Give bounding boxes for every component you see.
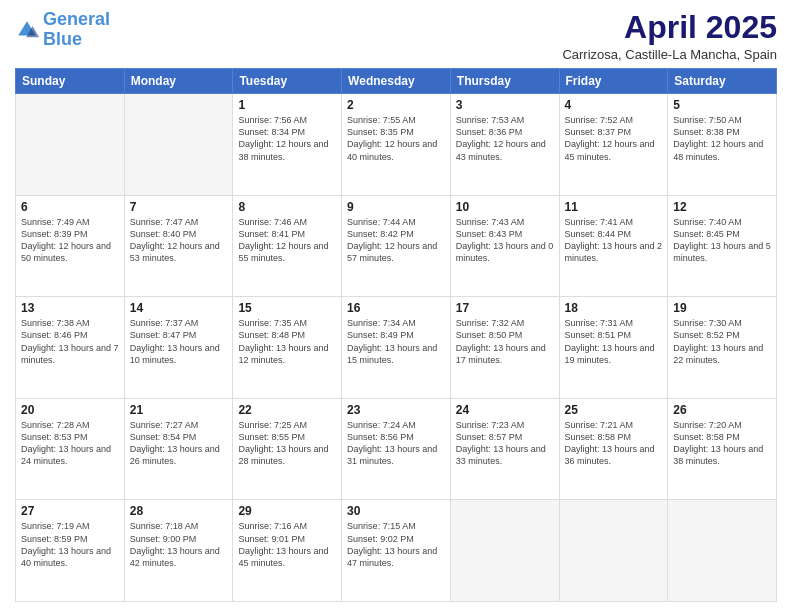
calendar-cell: 4Sunrise: 7:52 AMSunset: 8:37 PMDaylight… <box>559 94 668 196</box>
weekday-header-friday: Friday <box>559 69 668 94</box>
calendar-cell: 21Sunrise: 7:27 AMSunset: 8:54 PMDayligh… <box>124 398 233 500</box>
cell-details: Sunrise: 7:52 AMSunset: 8:37 PMDaylight:… <box>565 114 663 163</box>
calendar-cell: 5Sunrise: 7:50 AMSunset: 8:38 PMDaylight… <box>668 94 777 196</box>
logo-blue: Blue <box>43 29 82 49</box>
cell-details: Sunrise: 7:15 AMSunset: 9:02 PMDaylight:… <box>347 520 445 569</box>
calendar-cell: 3Sunrise: 7:53 AMSunset: 8:36 PMDaylight… <box>450 94 559 196</box>
cell-details: Sunrise: 7:37 AMSunset: 8:47 PMDaylight:… <box>130 317 228 366</box>
calendar-cell: 19Sunrise: 7:30 AMSunset: 8:52 PMDayligh… <box>668 297 777 399</box>
day-number: 5 <box>673 98 771 112</box>
calendar-cell: 24Sunrise: 7:23 AMSunset: 8:57 PMDayligh… <box>450 398 559 500</box>
cell-details: Sunrise: 7:47 AMSunset: 8:40 PMDaylight:… <box>130 216 228 265</box>
cell-details: Sunrise: 7:16 AMSunset: 9:01 PMDaylight:… <box>238 520 336 569</box>
cell-details: Sunrise: 7:46 AMSunset: 8:41 PMDaylight:… <box>238 216 336 265</box>
weekday-header-monday: Monday <box>124 69 233 94</box>
day-number: 3 <box>456 98 554 112</box>
day-number: 6 <box>21 200 119 214</box>
calendar-cell: 29Sunrise: 7:16 AMSunset: 9:01 PMDayligh… <box>233 500 342 602</box>
day-number: 2 <box>347 98 445 112</box>
day-number: 17 <box>456 301 554 315</box>
calendar-cell: 11Sunrise: 7:41 AMSunset: 8:44 PMDayligh… <box>559 195 668 297</box>
cell-details: Sunrise: 7:44 AMSunset: 8:42 PMDaylight:… <box>347 216 445 265</box>
cell-details: Sunrise: 7:28 AMSunset: 8:53 PMDaylight:… <box>21 419 119 468</box>
weekday-header-tuesday: Tuesday <box>233 69 342 94</box>
calendar-cell: 13Sunrise: 7:38 AMSunset: 8:46 PMDayligh… <box>16 297 125 399</box>
calendar-cell: 2Sunrise: 7:55 AMSunset: 8:35 PMDaylight… <box>342 94 451 196</box>
cell-details: Sunrise: 7:30 AMSunset: 8:52 PMDaylight:… <box>673 317 771 366</box>
logo: General Blue <box>15 10 110 50</box>
calendar-cell: 12Sunrise: 7:40 AMSunset: 8:45 PMDayligh… <box>668 195 777 297</box>
calendar-cell: 15Sunrise: 7:35 AMSunset: 8:48 PMDayligh… <box>233 297 342 399</box>
day-number: 19 <box>673 301 771 315</box>
calendar-cell <box>16 94 125 196</box>
cell-details: Sunrise: 7:31 AMSunset: 8:51 PMDaylight:… <box>565 317 663 366</box>
weekday-header-sunday: Sunday <box>16 69 125 94</box>
week-row-5: 27Sunrise: 7:19 AMSunset: 8:59 PMDayligh… <box>16 500 777 602</box>
calendar-cell: 18Sunrise: 7:31 AMSunset: 8:51 PMDayligh… <box>559 297 668 399</box>
day-number: 7 <box>130 200 228 214</box>
day-number: 11 <box>565 200 663 214</box>
calendar-cell: 17Sunrise: 7:32 AMSunset: 8:50 PMDayligh… <box>450 297 559 399</box>
calendar-cell: 28Sunrise: 7:18 AMSunset: 9:00 PMDayligh… <box>124 500 233 602</box>
day-number: 4 <box>565 98 663 112</box>
day-number: 20 <box>21 403 119 417</box>
cell-details: Sunrise: 7:27 AMSunset: 8:54 PMDaylight:… <box>130 419 228 468</box>
calendar-cell: 1Sunrise: 7:56 AMSunset: 8:34 PMDaylight… <box>233 94 342 196</box>
day-number: 30 <box>347 504 445 518</box>
logo-general: General <box>43 9 110 29</box>
month-title: April 2025 <box>562 10 777 45</box>
day-number: 26 <box>673 403 771 417</box>
calendar-cell: 7Sunrise: 7:47 AMSunset: 8:40 PMDaylight… <box>124 195 233 297</box>
weekday-header-saturday: Saturday <box>668 69 777 94</box>
header: General Blue April 2025 Carrizosa, Casti… <box>15 10 777 62</box>
day-number: 13 <box>21 301 119 315</box>
calendar-table: SundayMondayTuesdayWednesdayThursdayFrid… <box>15 68 777 602</box>
calendar-cell: 27Sunrise: 7:19 AMSunset: 8:59 PMDayligh… <box>16 500 125 602</box>
day-number: 1 <box>238 98 336 112</box>
logo-text: General Blue <box>43 10 110 50</box>
cell-details: Sunrise: 7:18 AMSunset: 9:00 PMDaylight:… <box>130 520 228 569</box>
calendar-cell: 8Sunrise: 7:46 AMSunset: 8:41 PMDaylight… <box>233 195 342 297</box>
logo-icon <box>15 18 39 42</box>
day-number: 28 <box>130 504 228 518</box>
day-number: 14 <box>130 301 228 315</box>
calendar-cell <box>559 500 668 602</box>
cell-details: Sunrise: 7:41 AMSunset: 8:44 PMDaylight:… <box>565 216 663 265</box>
calendar-cell: 9Sunrise: 7:44 AMSunset: 8:42 PMDaylight… <box>342 195 451 297</box>
cell-details: Sunrise: 7:50 AMSunset: 8:38 PMDaylight:… <box>673 114 771 163</box>
day-number: 15 <box>238 301 336 315</box>
day-number: 27 <box>21 504 119 518</box>
cell-details: Sunrise: 7:38 AMSunset: 8:46 PMDaylight:… <box>21 317 119 366</box>
day-number: 16 <box>347 301 445 315</box>
cell-details: Sunrise: 7:23 AMSunset: 8:57 PMDaylight:… <box>456 419 554 468</box>
week-row-3: 13Sunrise: 7:38 AMSunset: 8:46 PMDayligh… <box>16 297 777 399</box>
calendar-cell <box>450 500 559 602</box>
cell-details: Sunrise: 7:56 AMSunset: 8:34 PMDaylight:… <box>238 114 336 163</box>
cell-details: Sunrise: 7:53 AMSunset: 8:36 PMDaylight:… <box>456 114 554 163</box>
page: General Blue April 2025 Carrizosa, Casti… <box>0 0 792 612</box>
cell-details: Sunrise: 7:40 AMSunset: 8:45 PMDaylight:… <box>673 216 771 265</box>
cell-details: Sunrise: 7:55 AMSunset: 8:35 PMDaylight:… <box>347 114 445 163</box>
calendar-cell: 23Sunrise: 7:24 AMSunset: 8:56 PMDayligh… <box>342 398 451 500</box>
location-subtitle: Carrizosa, Castille-La Mancha, Spain <box>562 47 777 62</box>
calendar-cell <box>668 500 777 602</box>
cell-details: Sunrise: 7:49 AMSunset: 8:39 PMDaylight:… <box>21 216 119 265</box>
title-block: April 2025 Carrizosa, Castille-La Mancha… <box>562 10 777 62</box>
calendar-cell: 22Sunrise: 7:25 AMSunset: 8:55 PMDayligh… <box>233 398 342 500</box>
cell-details: Sunrise: 7:25 AMSunset: 8:55 PMDaylight:… <box>238 419 336 468</box>
day-number: 8 <box>238 200 336 214</box>
day-number: 22 <box>238 403 336 417</box>
calendar-cell: 30Sunrise: 7:15 AMSunset: 9:02 PMDayligh… <box>342 500 451 602</box>
day-number: 29 <box>238 504 336 518</box>
week-row-1: 1Sunrise: 7:56 AMSunset: 8:34 PMDaylight… <box>16 94 777 196</box>
cell-details: Sunrise: 7:20 AMSunset: 8:58 PMDaylight:… <box>673 419 771 468</box>
day-number: 12 <box>673 200 771 214</box>
calendar-cell: 20Sunrise: 7:28 AMSunset: 8:53 PMDayligh… <box>16 398 125 500</box>
calendar-cell: 25Sunrise: 7:21 AMSunset: 8:58 PMDayligh… <box>559 398 668 500</box>
day-number: 21 <box>130 403 228 417</box>
weekday-header-row: SundayMondayTuesdayWednesdayThursdayFrid… <box>16 69 777 94</box>
day-number: 25 <box>565 403 663 417</box>
cell-details: Sunrise: 7:21 AMSunset: 8:58 PMDaylight:… <box>565 419 663 468</box>
cell-details: Sunrise: 7:32 AMSunset: 8:50 PMDaylight:… <box>456 317 554 366</box>
calendar-cell: 16Sunrise: 7:34 AMSunset: 8:49 PMDayligh… <box>342 297 451 399</box>
